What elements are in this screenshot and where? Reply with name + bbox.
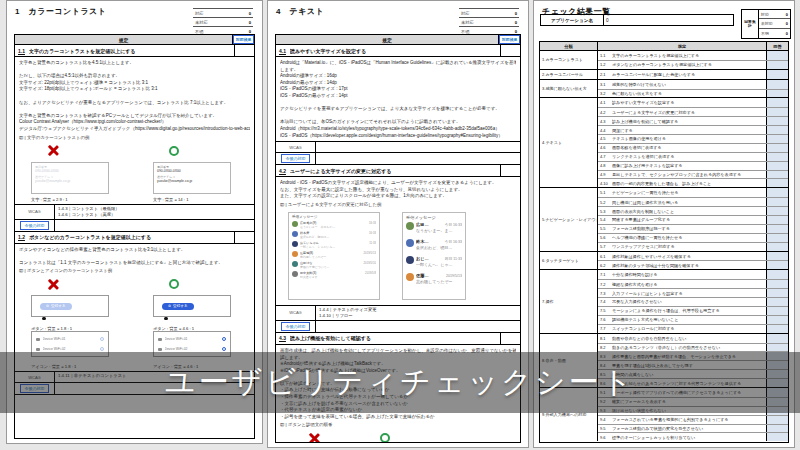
followup-link[interactable]: 今後の対応 — [281, 322, 309, 331]
figure-text-contrast: 図 | 文字のカラーコントラストの例 電話番号 090-0X00-0X00 送信… — [19, 135, 250, 202]
banner-title: ユーザビリティチェックシート — [165, 362, 635, 403]
answer-cell[interactable] — [500, 165, 520, 176]
answer-cell[interactable] — [234, 232, 254, 243]
answer-cell[interactable] — [766, 243, 788, 251]
gear-icon: ⚙ — [46, 304, 49, 308]
device-icon — [158, 338, 162, 342]
answer-cell[interactable] — [766, 188, 788, 197]
answer-cell[interactable] — [766, 334, 788, 343]
answer-cell[interactable] — [766, 270, 788, 279]
avatar — [406, 222, 414, 230]
text-line: iOS・iPadOS（https://developer.apple.com/d… — [280, 133, 516, 140]
text-line — [280, 113, 516, 120]
followup-link[interactable]: 今後の対応 — [20, 221, 48, 230]
text-line — [19, 253, 250, 260]
text-line: なお、よりアクセシビリティが重要となるアプリケーションでは、コントラスト比 7:… — [19, 100, 250, 107]
answer-cell[interactable] — [500, 45, 520, 56]
rule-number: 2.1 — [598, 72, 612, 77]
answer-cell[interactable] — [766, 198, 788, 206]
table-header: 規定 対応状況 — [276, 35, 520, 45]
section-1-1-body: 文字色と背景色のコントラスト比を4.5:1以上とします。 ただし、以下の場合は4… — [15, 57, 254, 205]
answer-cell[interactable] — [766, 117, 788, 125]
answer-cell[interactable] — [766, 126, 788, 134]
rule-text: 冗長な入力操作をさせない — [612, 299, 766, 304]
answer-cell[interactable] — [766, 433, 788, 441]
answer-cell[interactable] — [766, 70, 788, 79]
answer-cell[interactable] — [766, 108, 788, 116]
response-summary-table: 対応0未対応0不明0 — [459, 8, 519, 36]
answer-cell[interactable] — [766, 153, 788, 161]
answer-cell[interactable] — [766, 416, 788, 424]
followup-link[interactable]: 今後の対応 — [281, 154, 309, 163]
text-line: Androidは「Material.io」に、iOS・iPadOSは「Human… — [280, 60, 516, 67]
followup-row: 今後の対応 — [15, 220, 254, 232]
rule-text: 感覚的な特徴だけで伝えない — [612, 82, 766, 87]
answer-cell[interactable] — [766, 425, 788, 433]
answer-cell[interactable] — [766, 325, 788, 333]
answer-cell[interactable] — [766, 216, 788, 224]
answer-cell[interactable] — [766, 135, 788, 143]
answer-cell[interactable] — [766, 307, 788, 315]
answer-cell[interactable] — [766, 344, 788, 352]
body-text: Android・iOS・iPadOSの文字サイズ設定機能により、ユーザーが文字サ… — [280, 180, 516, 200]
category-cell: 6.タッチターゲット — [540, 252, 598, 270]
chat-row: 山田はな2019/5/10来週の予定について… — [292, 261, 376, 269]
answer-cell[interactable] — [766, 280, 788, 288]
answer-cell[interactable] — [766, 171, 788, 179]
rule-row: 4.6画面名称を適切に表現する — [598, 143, 788, 152]
followup-value[interactable] — [316, 153, 520, 164]
good-example-icon — [380, 433, 390, 443]
rule-number: 7.1 — [598, 272, 612, 277]
answer-cell[interactable] — [766, 162, 788, 170]
answer-cell[interactable] — [766, 234, 788, 242]
rule-number: 5.2 — [598, 200, 612, 205]
application-name-input[interactable]: 0 — [604, 14, 734, 26]
answer-cell[interactable] — [766, 90, 788, 98]
answer-cell[interactable] — [766, 289, 788, 297]
category-group: 5.ナビゲーション・レイアウト5.1ナビゲーションに一貫性を持たせる5.2同じ機… — [540, 187, 788, 250]
answer-cell[interactable] — [500, 333, 520, 344]
text-line: Colour Contrast Analyser（https://www.tpg… — [19, 119, 250, 126]
answer-column-header: 回答 — [766, 42, 788, 50]
answer-cell[interactable] — [766, 61, 788, 69]
text-line — [19, 93, 250, 100]
answer-cell[interactable] — [766, 51, 788, 60]
summary-label: 対応 — [195, 11, 203, 16]
chat-time: 昨日 11:33 — [445, 257, 462, 261]
text-line — [19, 67, 250, 74]
answer-cell[interactable] — [766, 298, 788, 306]
section-1-1-header: 1.1 文字のカラーコントラストを規定値以上にする — [15, 45, 254, 57]
followup-value[interactable] — [55, 220, 254, 231]
answer-cell[interactable] — [234, 45, 254, 56]
answer-cell[interactable] — [766, 261, 788, 269]
category-group: 6.タッチターゲット6.1操作対象は操作しやすいサイズを確保する6.2操作対象の… — [540, 251, 788, 270]
answer-cell[interactable] — [766, 144, 788, 152]
rule-text: ヘルプ機能の導線に一貫性を持たせる — [612, 235, 766, 240]
phone-screenshot-large-text: 受信メッセージ 広田…今日 16:33なうかいまー。ま…鈴木…今日 16:33金… — [402, 212, 466, 300]
answer-cell[interactable] — [766, 207, 788, 215]
chat-preview: なうかいまー。ま… — [416, 228, 462, 233]
button-example-box: ⚙登録する — [31, 295, 109, 317]
rule-number: 4.9 — [598, 172, 612, 177]
rule-text: カラーユニバーサルに配慮した色使いをする — [612, 72, 766, 77]
answer-cell[interactable] — [766, 80, 788, 89]
chat-preview: 来週の予定について… — [300, 265, 376, 269]
section-title: ボタンなどのカラーコントラストを規定値以上にする — [29, 234, 151, 240]
followup-value[interactable] — [316, 321, 520, 332]
device-icon — [36, 338, 40, 342]
answer-cell[interactable] — [766, 225, 788, 233]
rule-row: 8.1動画や音声などの音を自動再生をしない — [598, 334, 788, 343]
chat-time: 11:33 — [369, 241, 376, 245]
answer-cell[interactable] — [766, 316, 788, 324]
chat-row: 佐藤…2019/5/13忘れ物してったぞー — [406, 273, 462, 284]
low-contrast-card: 電話番号 090-0X00-0X00 送信アドレス yusuke@example… — [31, 162, 109, 194]
rule-column-header: 規定 — [15, 35, 232, 44]
answer-cell[interactable] — [766, 98, 788, 107]
rule-row: 4.10画面の一部の内容更新をした場合も、読み上げること — [598, 178, 788, 187]
answer-cell[interactable] — [766, 252, 788, 261]
text-line: Androidの標準サイズ : 16dp — [280, 73, 516, 80]
rule-column-header: 規定 — [276, 35, 498, 44]
section-4-1-body: Androidは「Material.io」に、iOS・iPadOSは「Human… — [276, 57, 520, 142]
answer-cell[interactable] — [766, 179, 788, 187]
rule-text: 簡潔にする — [612, 128, 766, 133]
